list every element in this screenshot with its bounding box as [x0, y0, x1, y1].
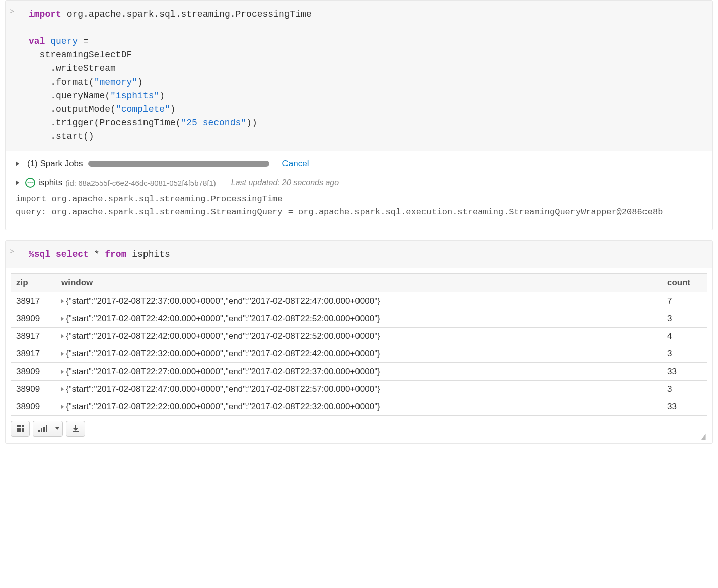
table-row[interactable]: 38917{"start":"2017-02-08T22:42:00.000+0… [11, 327, 707, 345]
spark-jobs-row[interactable]: (1) Spark Jobs Cancel [16, 159, 702, 169]
status-area: (1) Spark Jobs Cancel 〰 isphits (id: 68a… [6, 151, 712, 193]
expand-caret-icon[interactable] [61, 352, 64, 356]
expand-caret-icon[interactable] [16, 161, 19, 166]
cell-zip: 38917 [11, 292, 56, 310]
cell-zip: 38909 [11, 380, 56, 398]
input-prompt-icon: > [10, 8, 14, 16]
code-block: %sql select * from isphits [16, 248, 702, 261]
code-block: import org.apache.spark.sql.streaming.Pr… [16, 8, 702, 143]
notebook-cell-1: > import org.apache.spark.sql.streaming.… [5, 0, 713, 230]
input-prompt-icon: > [10, 248, 14, 256]
cell-count: 33 [662, 398, 707, 415]
expand-caret-icon[interactable] [61, 405, 64, 409]
spark-jobs-label: (1) Spark Jobs [27, 159, 83, 169]
cell-zip: 38909 [11, 310, 56, 327]
code-editor[interactable]: > import org.apache.spark.sql.streaming.… [6, 1, 712, 151]
col-header-window[interactable]: window [56, 273, 662, 292]
cell-count: 3 [662, 310, 707, 327]
code-editor[interactable]: > %sql select * from isphits [6, 241, 712, 268]
cell-zip: 38909 [11, 362, 56, 380]
cell-zip: 38909 [11, 398, 56, 415]
caret-down-icon [55, 427, 59, 430]
table-row[interactable]: 38909{"start":"2017-02-08T22:22:00.000+0… [11, 398, 707, 415]
cell-window[interactable]: {"start":"2017-02-08T22:32:00.000+0000",… [56, 345, 662, 362]
results-table: zip window count 38917{"start":"2017-02-… [11, 273, 707, 416]
table-row[interactable]: 38909{"start":"2017-02-08T22:47:00.000+0… [11, 380, 707, 398]
results-toolbar [6, 418, 712, 443]
cancel-link[interactable]: Cancel [282, 159, 309, 169]
cell-window[interactable]: {"start":"2017-02-08T22:22:00.000+0000",… [56, 398, 662, 415]
expand-caret-icon[interactable] [61, 387, 64, 391]
table-row[interactable]: 38909{"start":"2017-02-08T22:27:00.000+0… [11, 362, 707, 380]
cell-count: 7 [662, 292, 707, 310]
download-button[interactable] [66, 421, 85, 437]
cell-zip: 38917 [11, 345, 56, 362]
table-row[interactable]: 38909{"start":"2017-02-08T22:42:00.000+0… [11, 310, 707, 327]
cell-count: 3 [662, 380, 707, 398]
chart-view-button[interactable] [33, 421, 52, 437]
streaming-active-icon: 〰 [25, 178, 35, 188]
expand-caret-icon[interactable] [61, 370, 64, 374]
table-header-row: zip window count [11, 273, 707, 292]
cell-window[interactable]: {"start":"2017-02-08T22:42:00.000+0000",… [56, 327, 662, 345]
col-header-count[interactable]: count [662, 273, 707, 292]
download-icon [73, 425, 79, 432]
stream-id: (id: 68a2555f-c6e2-46dc-8081-052f4f5b78f… [65, 179, 216, 187]
col-header-zip[interactable]: zip [11, 273, 56, 292]
progress-bar [88, 161, 269, 167]
expand-caret-icon[interactable] [16, 180, 19, 185]
cell-window[interactable]: {"start":"2017-02-08T22:47:00.000+0000",… [56, 380, 662, 398]
table-view-button[interactable] [11, 421, 30, 437]
last-updated: Last updated: 20 seconds ago [231, 178, 339, 187]
cell-count: 33 [662, 362, 707, 380]
cell-output-text: import org.apache.spark.sql.streaming.Pr… [6, 193, 712, 230]
cell-zip: 38917 [11, 327, 56, 345]
notebook-cell-2: > %sql select * from isphits zip window … [5, 240, 713, 444]
cell-count: 3 [662, 345, 707, 362]
bar-chart-icon [38, 425, 47, 432]
cell-window[interactable]: {"start":"2017-02-08T22:42:00.000+0000",… [56, 310, 662, 327]
cell-window[interactable]: {"start":"2017-02-08T22:27:00.000+0000",… [56, 362, 662, 380]
expand-caret-icon[interactable] [61, 334, 64, 338]
streaming-query-row[interactable]: 〰 isphits (id: 68a2555f-c6e2-46dc-8081-0… [16, 178, 702, 188]
table-icon [17, 425, 24, 432]
cell-count: 4 [662, 327, 707, 345]
table-row[interactable]: 38917{"start":"2017-02-08T22:32:00.000+0… [11, 345, 707, 362]
stream-name: isphits [38, 178, 62, 188]
expand-caret-icon[interactable] [61, 299, 64, 303]
table-row[interactable]: 38917{"start":"2017-02-08T22:37:00.000+0… [11, 292, 707, 310]
chart-options-button[interactable] [52, 421, 63, 437]
cell-window[interactable]: {"start":"2017-02-08T22:37:00.000+0000",… [56, 292, 662, 310]
expand-caret-icon[interactable] [61, 317, 64, 321]
